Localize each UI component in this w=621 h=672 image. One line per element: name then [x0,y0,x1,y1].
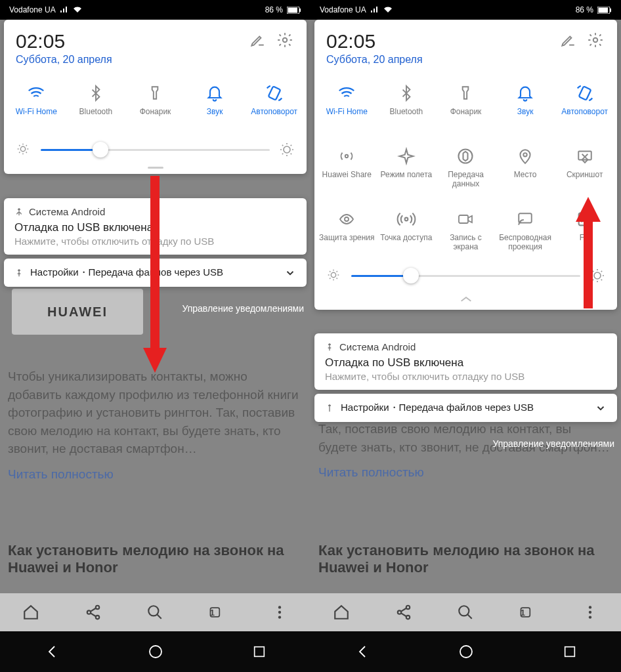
brightness-thumb[interactable] [403,268,419,284]
tile-bluetooth[interactable]: Bluetooth [377,77,437,130]
battery-label: 86 % [576,5,593,14]
read-more-link[interactable]: Читать полностью [318,465,424,480]
article-heading: Как установить мелодию на звонок на Huaw… [318,542,613,576]
read-more-link[interactable]: Читать полностью [8,467,114,482]
tile-sound[interactable]: Звук [185,77,245,130]
edit-icon[interactable] [558,30,578,50]
tile-huawei-share[interactable]: Huawei Share [317,140,377,193]
tile-sound[interactable]: Звук [496,77,555,130]
usb-icon [325,343,334,352]
gear-icon[interactable] [586,30,605,50]
sun-dim-icon [16,142,32,158]
panel-collapse-handle[interactable] [314,293,617,310]
wifi-icon [26,83,47,104]
tile-bluetooth[interactable]: Bluetooth [66,77,126,130]
brightness-thumb[interactable] [93,142,108,158]
bluetooth-icon [396,83,417,104]
tile-wifi[interactable]: Wi-Fi Home [7,77,66,130]
svg-rect-23 [578,86,591,100]
bluetooth-icon [85,83,106,104]
signal-icon [370,7,379,13]
tile-airplane[interactable]: Режим полета [377,140,437,193]
navigation-bar [310,631,621,672]
tile-screen-record[interactable]: Запись с экрана [436,203,496,256]
nav-back-icon[interactable] [354,644,370,660]
notification-usb-transfer[interactable]: Настройки・Передача файлов через USB [4,259,307,287]
svg-rect-27 [578,151,591,159]
tile-cast[interactable]: Беспроводная проекция [496,203,555,256]
status-bar: Vodafone UA 86 % [0,0,310,20]
tile-screenshot[interactable]: Скриншот [555,140,614,193]
notification-usb-debug[interactable]: Система Android Отладка по USB включена … [4,198,307,255]
brightness-slider[interactable] [314,261,617,293]
signal-icon [60,7,69,13]
battery-icon [287,7,301,14]
tile-wifi[interactable]: Wi-Fi Home [317,77,377,130]
tile-eye-comfort[interactable]: Защита зрения [317,203,377,256]
tile-hotspot[interactable]: Точка доступа [377,203,437,256]
quick-settings-panel: 02:05 Суббота, 20 апреля Wi-Fi Home Blue… [4,20,307,174]
chevron-down-icon[interactable] [284,267,296,279]
usb-icon [14,207,24,217]
home-icon[interactable] [332,603,351,621]
tabs-icon[interactable]: 1 [208,603,226,621]
quick-tiles-row3: Защита зрения Точка доступа Запись с экр… [314,198,617,261]
notification-management-link[interactable]: Управление уведомлениями [492,438,614,449]
svg-point-3 [283,38,288,43]
wifi-icon [383,7,393,13]
search-icon[interactable] [146,603,164,621]
airplane-icon [396,146,417,167]
svg-point-22 [593,38,598,43]
notification-management-link[interactable]: Управление уведомлениями [182,303,304,314]
panel-drag-handle[interactable] [4,167,307,174]
nav-home-icon[interactable] [458,644,474,660]
tabs-icon[interactable]: 1 [519,603,537,621]
quick-tiles-row1: Wi-Fi Home Bluetooth Фонарик Звук Автопо… [314,72,617,135]
cast-icon [515,209,536,230]
nav-recent-icon[interactable] [563,644,577,659]
svg-point-10 [149,606,159,616]
navigation-bar [0,631,310,672]
menu-icon[interactable] [270,603,289,621]
phone-right: Vodafone UA 86 % 02:05 Суббота, 20 апрел… [310,0,621,672]
brightness-track[interactable] [351,275,580,277]
nav-recent-icon[interactable] [252,644,267,659]
notification-usb-transfer[interactable]: Настройки・Передача файлов через USB [314,394,617,422]
svg-rect-4 [268,86,280,100]
tile-location[interactable]: Место [496,140,555,193]
chevron-down-icon[interactable] [595,402,607,414]
nav-home-icon[interactable] [148,644,163,660]
menu-icon[interactable] [581,603,599,621]
share-icon[interactable] [395,603,413,621]
quick-settings-panel-expanded: 02:05 Суббота, 20 апреля Wi-Fi Home Blue… [314,20,617,310]
tile-data[interactable]: Передача данных [436,140,496,193]
search-icon[interactable] [456,603,475,621]
nav-back-icon[interactable] [44,644,60,660]
tile-rotate[interactable]: Автоповорот [555,77,614,130]
gear-icon[interactable] [275,30,295,50]
notification-usb-debug[interactable]: Система Android Отладка по USB включена … [314,333,617,390]
brightness-track[interactable] [41,149,270,151]
svg-point-6 [284,146,290,153]
tile-rotate[interactable]: Автоповорот [244,77,304,130]
svg-rect-30 [459,215,468,223]
panel-date[interactable]: Суббота, 20 апреля [326,54,550,66]
svg-point-41 [589,611,591,614]
brightness-slider[interactable] [4,135,307,167]
battery-icon [597,7,612,14]
battery-label: 86 % [265,5,283,14]
panel-time: 02:05 [16,30,240,52]
status-bar: Vodafone UA 86 % [310,0,621,20]
home-icon[interactable] [22,603,40,621]
panel-date[interactable]: Суббота, 20 апреля [16,54,240,66]
screenshot-icon [574,146,595,167]
tile-nfc[interactable]: FC [555,203,614,256]
share-icon[interactable] [84,603,102,621]
article-heading: Как установить мелодию на звонок на Huaw… [8,542,303,576]
browser-toolbar: 1 [310,593,621,631]
carrier-label: Vodafone UA [320,5,366,14]
svg-point-43 [460,646,472,658]
edit-icon[interactable] [247,30,267,50]
tile-flashlight[interactable]: Фонарик [436,77,496,130]
tile-flashlight[interactable]: Фонарик [125,77,185,130]
